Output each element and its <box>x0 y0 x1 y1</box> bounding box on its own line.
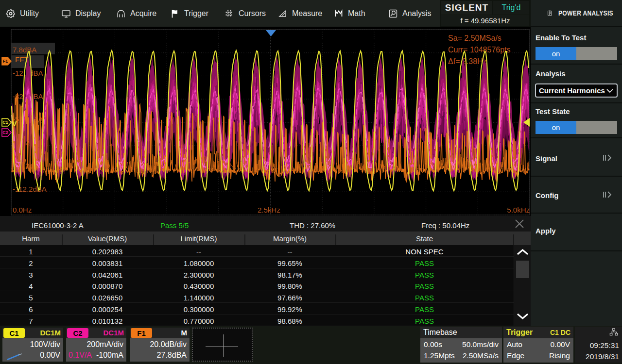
svg-text:F1: F1 <box>3 59 8 64</box>
svg-text:0.0Hz: 0.0Hz <box>13 206 32 214</box>
svg-text:5.0kHz: 5.0kHz <box>507 206 530 214</box>
svg-text:Curr= 1048576pts: Curr= 1048576pts <box>448 46 511 54</box>
svg-text:2.5kHz: 2.5kHz <box>258 206 280 214</box>
svg-text:Δf= 2.38Hz: Δf= 2.38Hz <box>448 57 487 66</box>
svg-text:7.8dBA: 7.8dBA <box>13 46 36 54</box>
svg-text:Sa= 2.50MSa/s: Sa= 2.50MSa/s <box>448 34 501 42</box>
svg-text:C2: C2 <box>2 130 8 135</box>
svg-text:C1: C1 <box>2 120 8 125</box>
svg-text:V: V <box>12 120 17 128</box>
